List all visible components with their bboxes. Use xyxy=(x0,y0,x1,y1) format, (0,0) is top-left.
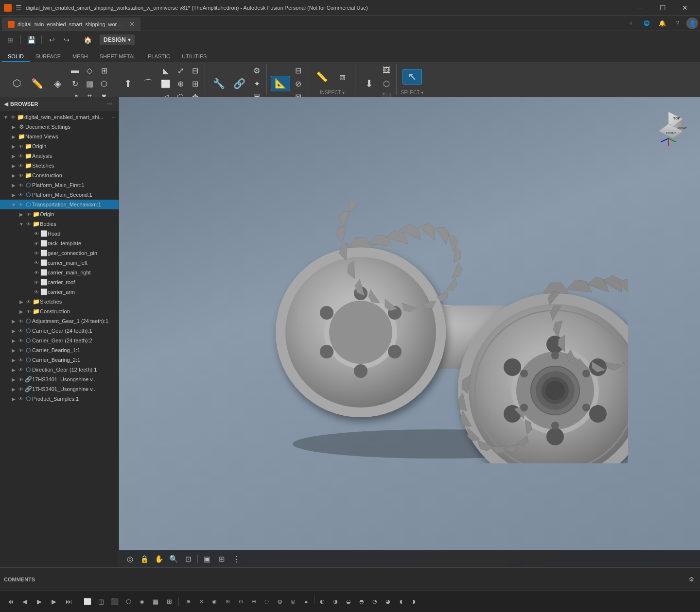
tree-item-platform-main-second[interactable]: ▶ 👁 ⬡ Platform_Main_Second:1 xyxy=(0,190,119,200)
expand-icon[interactable]: ▶ xyxy=(10,162,18,170)
tree-item-sketches[interactable]: ▶ 👁 📁 Sketches xyxy=(0,161,119,170)
fillet-button[interactable]: ⌒ xyxy=(139,77,158,90)
visibility-icon[interactable]: 👁 xyxy=(18,395,24,402)
expand-icon[interactable]: ▶ xyxy=(10,171,18,179)
expand-icon[interactable]: ▶ xyxy=(10,337,18,344)
revolve-button[interactable]: ↻ xyxy=(68,77,82,90)
visibility-icon[interactable]: 👁 xyxy=(18,172,24,179)
undo-button[interactable]: ↩ xyxy=(46,34,58,46)
expand-icon[interactable]: ▶ xyxy=(10,375,18,383)
grid-toggle-button[interactable]: ⊞ xyxy=(215,552,228,566)
visibility-icon[interactable]: 👁 xyxy=(33,250,40,256)
scale-button[interactable]: ⤢ xyxy=(174,64,187,77)
status-tool-13[interactable]: ◒ xyxy=(342,595,355,608)
decal-button[interactable]: 🖼 xyxy=(380,64,393,77)
draft-button[interactable]: ◁ xyxy=(159,90,173,97)
insert-derive-button[interactable]: ⬇ xyxy=(359,77,379,90)
tree-item-adj-gear[interactable]: ▶ 👁 ⬡ Adjustment_Gear_1 (24 teeth):1 xyxy=(0,316,119,326)
print3d-button[interactable]: ⬡ xyxy=(97,77,111,90)
visibility-icon[interactable]: 👁 xyxy=(18,201,24,208)
canvas-button[interactable]: ⬡ xyxy=(380,77,393,90)
split-body-button[interactable]: ⊞ xyxy=(188,77,202,90)
combine-button[interactable]: ⊕ xyxy=(174,77,187,90)
visibility-icon[interactable]: 👁 xyxy=(33,279,40,286)
save-button[interactable]: 💾 xyxy=(25,34,37,46)
expand-icon[interactable]: ▶ xyxy=(10,123,18,131)
visibility-icon[interactable]: 👁 xyxy=(18,191,24,198)
expand-icon[interactable]: ▶ xyxy=(18,210,25,218)
tree-item-product-samples[interactable]: ▶ 👁 ⬡ Product_Samples:1 xyxy=(0,394,119,404)
status-tool-1[interactable]: ⊕ xyxy=(182,595,194,608)
tab-utilities[interactable]: UTILITIES xyxy=(176,51,212,62)
visibility-icon[interactable]: 👁 xyxy=(25,308,32,315)
browser-collapse-icon[interactable]: ◀ xyxy=(4,101,8,107)
visibility-icon[interactable]: 👁 xyxy=(33,269,40,276)
expand-icon[interactable]: ▼ xyxy=(10,201,18,208)
status-tool-9[interactable]: ◎ xyxy=(287,595,299,608)
extrude-button[interactable]: ▬ xyxy=(68,64,82,77)
press-pull-button[interactable]: ⬆ xyxy=(118,77,138,90)
pan-lock-button[interactable]: 🔒 xyxy=(138,552,151,566)
minimize-button[interactable]: ─ xyxy=(629,0,651,16)
chamfer-button[interactable]: ◣ xyxy=(159,64,173,77)
expand-icon[interactable]: ▶ xyxy=(10,317,18,325)
expand-icon[interactable]: ▶ xyxy=(10,356,18,364)
tree-item-gear-pin[interactable]: 👁 ⬜ gear_connection_pin xyxy=(0,248,119,258)
tree-item-carrier-bearing-2[interactable]: ▶ 👁 ⬡ Carrier_Bearing_2:1 xyxy=(0,355,119,365)
expand-icon[interactable]: ▼ xyxy=(2,113,10,121)
joint-origin-button[interactable]: ✦ xyxy=(250,77,263,90)
web-button[interactable]: ⌗ xyxy=(83,90,96,97)
status-tool-5[interactable]: ⊜ xyxy=(234,595,247,608)
visibility-icon[interactable]: 👁 xyxy=(18,327,24,334)
status-tool-10[interactable]: ● xyxy=(300,595,313,608)
display-mode-button[interactable]: ▣ xyxy=(200,552,214,566)
design-mode-button[interactable]: DESIGN ▾ xyxy=(100,34,135,45)
assemble-button[interactable]: 🔧 xyxy=(209,77,228,90)
status-tool-11[interactable]: ◐ xyxy=(316,595,329,608)
expand-icon[interactable]: ▶ xyxy=(10,366,18,374)
select-button[interactable]: ↖ xyxy=(402,69,422,85)
visibility-icon[interactable]: 👁 xyxy=(18,366,24,373)
expand-icon[interactable]: ▶ xyxy=(10,191,18,199)
status-tool-16[interactable]: ◕ xyxy=(382,595,394,608)
construct-main-button[interactable]: 📐 xyxy=(271,76,290,91)
new-tab-button[interactable]: ＋ xyxy=(624,17,638,30)
expand-icon[interactable]: ▶ xyxy=(10,152,18,160)
tree-item-road[interactable]: 👁 ⬜ Road xyxy=(0,229,119,238)
expand-icon[interactable]: ▶ xyxy=(10,133,18,140)
zoom-select-button[interactable]: 🔍 xyxy=(167,552,180,566)
display-style-4[interactable]: ⬡ xyxy=(122,595,135,608)
tab-sheet-metal[interactable]: SHEET METAL xyxy=(94,51,142,62)
midplane-button[interactable]: ⊠ xyxy=(291,90,305,97)
first-frame-button[interactable]: ⏮ xyxy=(4,595,17,608)
tree-item-carrier-left[interactable]: 👁 ⬜ carrier_main_left xyxy=(0,258,119,268)
close-button[interactable]: ✕ xyxy=(674,0,696,16)
viewcube[interactable]: TOP RIGHT FRONT xyxy=(647,107,690,151)
expand-icon[interactable]: ▶ xyxy=(10,142,18,150)
status-tool-18[interactable]: ◗ xyxy=(408,595,420,608)
tree-item-tm-origin[interactable]: ▶ 👁 📁 Origin xyxy=(0,209,119,219)
expand-icon[interactable]: ▶ xyxy=(10,181,18,189)
notifications-button[interactable]: 🔔 xyxy=(655,17,669,30)
tab-mesh[interactable]: MESH xyxy=(67,51,94,62)
status-tool-3[interactable]: ◉ xyxy=(208,595,221,608)
tree-item-rack[interactable]: 👁 ⬜ rack_template xyxy=(0,238,119,248)
active-tab[interactable]: digital_twin_enabled_smart_shipping_work… xyxy=(2,17,140,31)
emboss-button[interactable]: ⊞ xyxy=(97,64,111,77)
tree-item-carrier-bearing-1[interactable]: ▶ 👁 ⬡ Carrier_Bearing_1:1 xyxy=(0,345,119,355)
visibility-icon[interactable]: 👁 xyxy=(25,221,32,227)
loft-button[interactable]: ◇ xyxy=(83,64,96,77)
status-tool-8[interactable]: ◍ xyxy=(274,595,286,608)
profile-button[interactable]: 👤 xyxy=(686,17,698,29)
visibility-icon[interactable]: 👁 xyxy=(33,230,40,237)
status-tool-12[interactable]: ◑ xyxy=(329,595,342,608)
split-face-button[interactable]: ⊟ xyxy=(188,64,202,77)
tree-item-platform-main-first[interactable]: ▶ 👁 ⬡ Platform_Main_First:1 xyxy=(0,180,119,190)
status-tool-6[interactable]: ⊝ xyxy=(247,595,260,608)
insert-mesh-button[interactable]: ⬛ xyxy=(380,90,393,97)
app-menu-icon[interactable]: ☰ xyxy=(16,4,22,12)
rib-button[interactable]: ▦ xyxy=(83,77,96,90)
next-frame-button[interactable]: ▶ xyxy=(48,595,60,608)
play-button[interactable]: ▶ xyxy=(33,595,46,608)
visibility-icon[interactable]: 👁 xyxy=(25,211,32,218)
